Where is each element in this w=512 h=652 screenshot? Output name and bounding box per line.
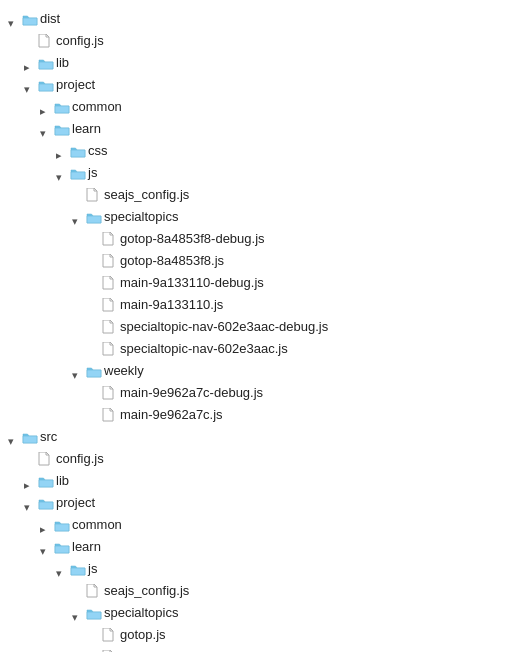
folder-icon [54, 123, 70, 135]
tree-item-src-main[interactable]: main.js [4, 646, 508, 652]
expand-arrow[interactable] [40, 123, 52, 135]
expand-arrow[interactable] [24, 57, 36, 69]
item-label: main-9a133110-debug.js [120, 273, 264, 293]
item-label: main.js [120, 647, 161, 652]
expand-arrow[interactable] [56, 167, 68, 179]
item-label: dist [40, 9, 60, 29]
tree-item-dist-project-learn-css[interactable]: css [4, 140, 508, 162]
no-arrow [88, 321, 100, 333]
file-icon [86, 188, 102, 202]
expand-arrow[interactable] [56, 563, 68, 575]
file-icon [102, 408, 118, 422]
folder-icon [86, 365, 102, 377]
tree-item-dist-gotop[interactable]: gotop-8a4853f8.js [4, 250, 508, 272]
tree-item-src-project-common[interactable]: common [4, 514, 508, 536]
expand-arrow[interactable] [72, 607, 84, 619]
item-label: gotop-8a4853f8-debug.js [120, 229, 265, 249]
file-icon [102, 386, 118, 400]
no-arrow [88, 299, 100, 311]
no-arrow [24, 453, 36, 465]
expand-arrow[interactable] [40, 101, 52, 113]
folder-icon [70, 167, 86, 179]
tree-item-dist-specialtopic-nav[interactable]: specialtopic-nav-602e3aac.js [4, 338, 508, 360]
item-label: gotop-8a4853f8.js [120, 251, 224, 271]
tree-item-dist-seajs[interactable]: seajs_config.js [4, 184, 508, 206]
tree-item-dist-config[interactable]: config.js [4, 30, 508, 52]
item-label: project [56, 493, 95, 513]
tree-item-dist-project-learn[interactable]: learn [4, 118, 508, 140]
item-label: js [88, 559, 97, 579]
no-arrow [88, 387, 100, 399]
item-label: src [40, 427, 57, 447]
file-icon [38, 34, 54, 48]
no-arrow [88, 629, 100, 641]
folder-icon [86, 211, 102, 223]
folder-icon [70, 563, 86, 575]
tree-item-dist-project-common[interactable]: common [4, 96, 508, 118]
expand-arrow[interactable] [56, 145, 68, 157]
item-label: js [88, 163, 97, 183]
tree-item-dist-weekly-main[interactable]: main-9e962a7c.js [4, 404, 508, 426]
expand-arrow[interactable] [72, 211, 84, 223]
item-label: common [72, 97, 122, 117]
file-icon [38, 452, 54, 466]
file-icon [102, 628, 118, 642]
tree-item-src-lib[interactable]: lib [4, 470, 508, 492]
item-label: specialtopic-nav-602e3aac.js [120, 339, 288, 359]
item-label: common [72, 515, 122, 535]
expand-arrow[interactable] [72, 365, 84, 377]
tree-item-dist-gotop-debug[interactable]: gotop-8a4853f8-debug.js [4, 228, 508, 250]
no-arrow [72, 189, 84, 201]
tree-item-src-project[interactable]: project [4, 492, 508, 514]
folder-icon [70, 145, 86, 157]
file-icon [102, 254, 118, 268]
item-label: main-9a133110.js [120, 295, 223, 315]
tree-item-dist-weekly[interactable]: weekly [4, 360, 508, 382]
item-label: config.js [56, 449, 104, 469]
folder-icon [38, 497, 54, 509]
tree-item-dist-lib[interactable]: lib [4, 52, 508, 74]
tree-item-dist[interactable]: dist [4, 8, 508, 30]
no-arrow [88, 409, 100, 421]
item-label: main-9e962a7c.js [120, 405, 223, 425]
tree-item-dist-specialtopics[interactable]: specialtopics [4, 206, 508, 228]
folder-icon [38, 57, 54, 69]
tree-item-dist-specialtopic-nav-debug[interactable]: specialtopic-nav-602e3aac-debug.js [4, 316, 508, 338]
no-arrow [88, 255, 100, 267]
item-label: project [56, 75, 95, 95]
tree-item-src-seajs[interactable]: seajs_config.js [4, 580, 508, 602]
expand-arrow[interactable] [24, 475, 36, 487]
item-label: specialtopics [104, 603, 178, 623]
no-arrow [88, 277, 100, 289]
item-label: weekly [104, 361, 144, 381]
tree-item-dist-main-debug[interactable]: main-9a133110-debug.js [4, 272, 508, 294]
folder-icon [54, 101, 70, 113]
tree-item-src-specialtopics[interactable]: specialtopics [4, 602, 508, 624]
tree-item-src-project-learn[interactable]: learn [4, 536, 508, 558]
folder-icon [22, 13, 38, 25]
tree-item-src[interactable]: src [4, 426, 508, 448]
item-label: main-9e962a7c-debug.js [120, 383, 263, 403]
tree-item-dist-main[interactable]: main-9a133110.js [4, 294, 508, 316]
tree-item-src-gotop[interactable]: gotop.js [4, 624, 508, 646]
tree-item-src-config[interactable]: config.js [4, 448, 508, 470]
item-label: seajs_config.js [104, 581, 189, 601]
expand-arrow[interactable] [40, 519, 52, 531]
folder-icon [54, 519, 70, 531]
expand-arrow[interactable] [40, 541, 52, 553]
expand-arrow[interactable] [8, 13, 20, 25]
file-icon [86, 584, 102, 598]
tree-item-dist-project-learn-js[interactable]: js [4, 162, 508, 184]
tree-item-dist-weekly-main-debug[interactable]: main-9e962a7c-debug.js [4, 382, 508, 404]
tree-item-dist-project[interactable]: project [4, 74, 508, 96]
folder-icon [86, 607, 102, 619]
no-arrow [24, 35, 36, 47]
expand-arrow[interactable] [8, 431, 20, 443]
tree-item-src-project-learn-js[interactable]: js [4, 558, 508, 580]
expand-arrow[interactable] [24, 79, 36, 91]
expand-arrow[interactable] [24, 497, 36, 509]
file-icon [102, 232, 118, 246]
item-label: gotop.js [120, 625, 166, 645]
folder-icon [22, 431, 38, 443]
no-arrow [88, 343, 100, 355]
